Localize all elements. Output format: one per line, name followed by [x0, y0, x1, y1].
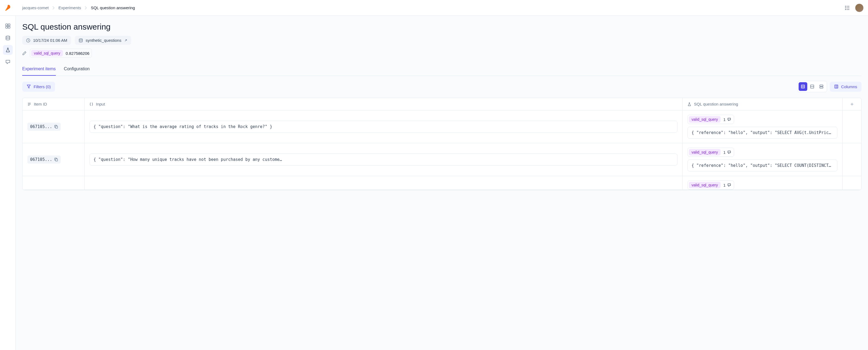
- result-metric-chip[interactable]: valid_sql_query 1: [687, 115, 734, 124]
- logo[interactable]: [0, 0, 16, 16]
- svg-point-10: [848, 9, 849, 10]
- table-header: Item ID Input SQL question answering: [23, 98, 861, 110]
- rows-medium-icon: [810, 84, 814, 89]
- topbar-right: [845, 3, 864, 12]
- breadcrumb-section[interactable]: Experiments: [59, 5, 81, 10]
- svg-point-2: [845, 6, 846, 6]
- output-code[interactable]: { "reference": "hello", "output": "SELEC…: [687, 159, 837, 172]
- chat-icon: [727, 117, 731, 121]
- chat-icon: [727, 150, 731, 154]
- result-metric-chip[interactable]: valid_sql_query 1: [687, 148, 734, 157]
- apps-grid-icon[interactable]: [845, 5, 849, 10]
- view-density-group: [797, 81, 827, 92]
- tab-experiment-items[interactable]: Experiment items: [22, 64, 56, 76]
- metric-name: valid_sql_query: [31, 50, 63, 56]
- copy-icon[interactable]: [54, 125, 58, 128]
- flask-icon: [687, 102, 691, 106]
- svg-rect-22: [835, 85, 838, 88]
- result-metric-name: valid_sql_query: [689, 149, 720, 155]
- breadcrumb: jacques-comet Experiments SQL question a…: [22, 5, 135, 10]
- column-header-input[interactable]: Input: [84, 98, 682, 110]
- table-row[interactable]: 067105... { "question": "How many unique…: [23, 143, 861, 176]
- chevron-right-icon: [53, 6, 55, 9]
- result-metric-name: valid_sql_query: [689, 116, 720, 123]
- pencil-icon[interactable]: [22, 51, 27, 55]
- result-metric-chip[interactable]: valid_sql_query 1: [687, 180, 734, 189]
- chat-icon: [5, 59, 10, 64]
- id-chip: 067105...: [27, 155, 61, 164]
- svg-rect-13: [6, 26, 8, 28]
- braces-icon: [89, 102, 93, 106]
- svg-rect-12: [8, 24, 10, 26]
- cell-id: 067105...: [23, 143, 84, 176]
- view-medium-button[interactable]: [808, 82, 816, 91]
- cell-empty: [842, 143, 861, 176]
- svg-rect-18: [801, 85, 805, 88]
- cell-empty: [842, 176, 861, 189]
- sidebar-item-dashboard[interactable]: [3, 21, 13, 31]
- sidebar-item-feedback[interactable]: [3, 57, 13, 67]
- rows-dense-icon: [801, 84, 805, 89]
- topbar: jacques-comet Experiments SQL question a…: [0, 0, 868, 16]
- breadcrumb-workspace[interactable]: jacques-comet: [22, 5, 49, 10]
- id-chip: 067105...: [27, 123, 61, 131]
- columns-button[interactable]: Columns: [830, 82, 862, 92]
- add-column-button[interactable]: [842, 98, 861, 110]
- external-link-icon: [124, 39, 127, 42]
- timestamp-value: 10/17/24 01:06 AM: [33, 38, 67, 42]
- svg-point-5: [845, 7, 846, 8]
- chat-icon: [727, 183, 731, 187]
- metric-row: valid_sql_query 0.827586206: [22, 49, 862, 58]
- tabs: Experiment items Configuration: [22, 64, 862, 76]
- sidebar-item-datasets[interactable]: [3, 33, 13, 43]
- svg-rect-14: [8, 26, 10, 28]
- flask-icon: [5, 48, 10, 52]
- cell-sql: valid_sql_query 1 { "reference": "hello"…: [682, 110, 842, 143]
- dataset-name: synthetic_questions: [86, 38, 121, 42]
- data-table: Item ID Input SQL question answering: [22, 98, 862, 190]
- svg-rect-20: [820, 85, 823, 86]
- svg-point-9: [847, 9, 848, 10]
- avatar[interactable]: [855, 3, 864, 12]
- svg-rect-21: [820, 87, 823, 88]
- table-row[interactable]: 067105... { "question": "What is the ave…: [23, 110, 861, 143]
- view-large-button[interactable]: [817, 82, 826, 91]
- column-header-sql[interactable]: SQL question answering: [682, 98, 842, 110]
- cell-input: { "question": "What is the average ratin…: [84, 110, 682, 143]
- table-row[interactable]: valid_sql_query 1: [23, 176, 861, 190]
- clock-icon: [26, 38, 30, 42]
- svg-point-6: [847, 7, 848, 8]
- breadcrumb-current: SQL question answering: [91, 5, 135, 10]
- cell-sql: valid_sql_query 1: [682, 176, 842, 189]
- dataset-pill[interactable]: synthetic_questions: [75, 36, 131, 45]
- metric-value: 0.827586206: [66, 51, 89, 56]
- output-code[interactable]: { "reference": "hello", "output": "SELEC…: [687, 127, 837, 139]
- database-icon: [5, 35, 10, 40]
- grid-icon: [5, 24, 10, 28]
- svg-rect-23: [56, 126, 58, 128]
- main-content: SQL question answering 10/17/24 01:06 AM…: [16, 16, 868, 350]
- view-compact-button[interactable]: [799, 82, 807, 91]
- meta-row: 10/17/24 01:06 AM synthetic_questions: [22, 36, 862, 45]
- filters-label: Filters (0): [34, 84, 51, 89]
- svg-point-3: [847, 6, 848, 6]
- column-header-id[interactable]: Item ID: [23, 98, 84, 110]
- sidebar: [0, 16, 16, 350]
- columns-label: Columns: [841, 84, 857, 89]
- result-count: 1: [723, 183, 731, 187]
- input-code[interactable]: { "question": "How many unique tracks ha…: [89, 153, 677, 166]
- input-code[interactable]: { "question": "What is the average ratin…: [89, 121, 677, 133]
- toolbar-right: Columns: [797, 81, 862, 92]
- sidebar-item-experiments[interactable]: [3, 45, 13, 55]
- svg-point-8: [845, 9, 846, 10]
- tab-configuration[interactable]: Configuration: [64, 64, 90, 76]
- database-icon: [79, 38, 83, 42]
- page-title: SQL question answering: [22, 22, 862, 31]
- copy-icon[interactable]: [54, 158, 58, 162]
- chevron-right-icon: [85, 6, 87, 9]
- cell-sql: valid_sql_query 1 { "reference": "hello"…: [682, 143, 842, 176]
- svg-point-0: [6, 9, 7, 10]
- cell-id: 067105...: [23, 110, 84, 143]
- svg-rect-11: [6, 24, 8, 26]
- filters-button[interactable]: Filters (0): [22, 82, 55, 92]
